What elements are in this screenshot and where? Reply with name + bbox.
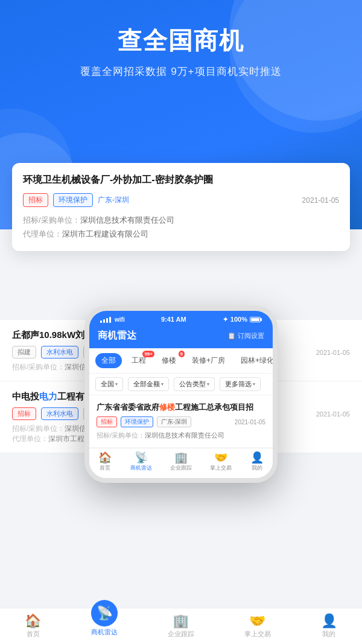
big-card-tag-location: 广东-深圳 [98, 195, 129, 205]
big-card-company-info: 招标/采购单位：深圳信息技术有限责任公司 [23, 213, 339, 227]
page-nav-home-label: 首页 [27, 630, 40, 639]
phone-nav-radar-label: 商机雷达 [130, 464, 152, 472]
big-card-company: 深圳信息技术有限责任公司 [80, 215, 174, 225]
company-icon: 🏢 [174, 452, 188, 463]
phone-nav-trade-label: 掌上交易 [210, 464, 232, 472]
bottom-listing-2-date: 2021-01-05 [316, 410, 350, 418]
tag-location: 广东-深圳 [157, 416, 191, 427]
phone-nav-radar[interactable]: 📡 商机雷达 [130, 452, 152, 472]
filter-row: 全国 ▾ 全部金额 ▾ 公告类型 ▾ 更多筛选 ▾ [89, 374, 273, 395]
page-nav-mine[interactable]: 👤 我的 [321, 614, 337, 639]
filter-region[interactable]: 全国 ▾ [95, 377, 123, 391]
filter-amount-label: 全部金额 [133, 380, 160, 389]
phone-listing-1[interactable]: 广东省省委省政府修楼工程施工总承包项目招 招标 环境保护 广东-深圳 2021-… [89, 395, 273, 448]
signal-bar-1 [100, 320, 102, 323]
battery-icon [250, 317, 262, 322]
tag-env: 环境保护 [121, 416, 153, 427]
category-tabs: 全部 工程 99+ 修楼 9 装修+厂房 园林+绿化 [89, 348, 273, 374]
phone-listing-1-highlight: 修楼 [159, 403, 175, 412]
page-bottom-nav: 🏠 首页 📡 商机雷达 🏢 企业跟踪 🤝 掌上交易 👤 我的 [0, 608, 362, 644]
page-mine-icon: 👤 [321, 614, 337, 628]
page-nav-trade[interactable]: 🤝 掌上交易 [244, 614, 271, 639]
subscribe-button[interactable]: 📋 订阅设置 [227, 331, 264, 340]
app-header: 商机雷达 📋 订阅设置 [89, 326, 273, 348]
tab-repair-label: 修楼 [162, 356, 176, 365]
phone-listing-1-title: 广东省省委省政府修楼工程施工总承包项目招 [97, 401, 265, 413]
big-card[interactable]: 环境卫生机械设备厂-外协加工-密封胶条护圈 招标 环境保护 广东-深圳 2021… [12, 163, 350, 251]
subscribe-icon: 📋 [227, 332, 236, 340]
big-card-tag-env: 环境保护 [53, 193, 93, 207]
bottom-tag-water: 水利水电 [41, 346, 78, 359]
signal-indicator: wifi [100, 316, 125, 323]
wifi-icon: wifi [115, 316, 125, 323]
big-card-agency-label: 代理单位： [23, 229, 62, 238]
signal-bar-3 [106, 318, 108, 323]
phone-bottom-nav: 🏠 首页 📡 商机雷达 🏢 企业跟踪 🤝 掌上交易 👤 我的 [89, 448, 273, 478]
big-card-title: 环境卫生机械设备厂-外协加工-密封胶条护圈 [23, 173, 339, 187]
big-card-date: 2021-01-05 [302, 196, 339, 205]
bottom-tag-nizhi: 拟建 [12, 346, 36, 359]
phone-nav-home[interactable]: 🏠 首页 [98, 452, 112, 472]
big-card-company-label: 招标/采购单位： [23, 215, 80, 225]
phone-mockup: wifi 9:41 AM ✦ 100% 商机雷达 📋 订阅设置 [84, 306, 278, 483]
hero-title: 查全国商机 [118, 24, 244, 57]
phone-nav-home-label: 首页 [100, 464, 110, 472]
tab-renovation-label: 装修+厂房 [192, 356, 225, 365]
radar-bubble: 📡 [91, 600, 118, 626]
filter-more[interactable]: 更多筛选 ▾ [220, 377, 261, 391]
page-nav-mine-label: 我的 [322, 630, 335, 639]
tab-garden[interactable]: 园林+绿化 [235, 353, 273, 368]
tab-renovation[interactable]: 装修+厂房 [186, 353, 231, 368]
bottom-listing-2-agency-label: 代理单位： [12, 435, 48, 443]
page-nav-company[interactable]: 🏢 企业跟踪 [168, 614, 194, 639]
mine-icon: 👤 [250, 452, 264, 463]
bottom-listing-1-date: 2021-01-05 [316, 349, 350, 356]
tab-repair[interactable]: 修楼 9 [156, 353, 182, 368]
big-card-tag-zhaobi: 招标 [23, 193, 48, 207]
bottom-tag-zhaobi: 招标 [12, 407, 36, 420]
page-nav-trade-label: 掌上交易 [244, 630, 271, 639]
page-nav-radar-label: 商机雷达 [91, 628, 118, 637]
phone-frame: wifi 9:41 AM ✦ 100% 商机雷达 📋 订阅设置 [84, 306, 278, 483]
signal-bar-4 [109, 317, 111, 323]
hero-subtitle: 覆盖全网招采数据 9万+项目商机实时推送 [80, 65, 281, 78]
bluetooth-icon: ✦ [223, 316, 228, 324]
tab-all[interactable]: 全部 [95, 353, 122, 368]
status-time: 9:41 AM [161, 316, 186, 323]
tab-repair-badge: 9 [179, 351, 185, 357]
filter-region-label: 全国 [101, 380, 114, 389]
phone-listing-1-date: 2021-01-05 [235, 419, 265, 426]
filter-type[interactable]: 公告类型 ▾ [174, 377, 215, 391]
phone-nav-trade[interactable]: 🤝 掌上交易 [210, 452, 232, 472]
bottom-listing-2-highlight: 电力 [39, 391, 57, 401]
filter-more-arrow: ▾ [253, 381, 255, 387]
status-right: ✦ 100% [223, 316, 262, 324]
phone-nav-company[interactable]: 🏢 企业跟踪 [170, 452, 192, 472]
tab-engineering-label: 工程 [132, 356, 146, 365]
filter-type-label: 公告类型 [179, 380, 206, 389]
page-radar-icon: 📡 [97, 605, 113, 621]
filter-amount[interactable]: 全部金额 ▾ [128, 377, 169, 391]
tag-zhaobi: 招标 [97, 416, 117, 427]
phone-nav-mine[interactable]: 👤 我的 [250, 452, 264, 472]
page-nav-company-label: 企业跟踪 [168, 630, 194, 639]
filter-type-arrow: ▾ [207, 381, 209, 387]
page-nav-radar[interactable]: 📡 商机雷达 [91, 616, 118, 637]
tab-engineering[interactable]: 工程 99+ [125, 353, 152, 368]
big-card-agency-info: 代理单位：深圳市工程建设有限公司 [23, 227, 339, 241]
home-icon: 🏠 [98, 452, 112, 463]
deco-circle-1 [229, 0, 362, 121]
bottom-tag-water2: 水利水电 [41, 407, 78, 420]
battery-percent: 100% [230, 316, 247, 323]
tab-all-label: 全部 [101, 356, 116, 365]
bottom-listing-2-company-label: 招标/采购单位： [12, 424, 65, 433]
phone-nav-mine-label: 我的 [252, 464, 262, 472]
page-nav-home[interactable]: 🏠 首页 [25, 614, 41, 639]
phone-listing-1-tags: 招标 环境保护 广东-深圳 2021-01-05 [97, 416, 265, 427]
big-card-tags: 招标 环境保护 广东-深圳 2021-01-05 [23, 193, 339, 207]
page-trade-icon: 🤝 [249, 614, 265, 628]
big-card-agency: 深圳市工程建设有限公司 [62, 229, 148, 238]
bottom-listing-1-company-label: 招标/采购单位： [12, 363, 65, 371]
app-header-title: 商机雷达 [98, 330, 136, 342]
filter-region-arrow: ▾ [115, 381, 118, 387]
